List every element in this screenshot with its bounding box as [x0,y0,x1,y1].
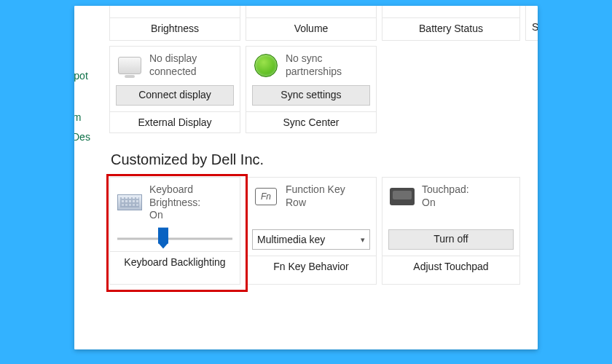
connect-display-button[interactable]: Connect display [116,85,234,106]
tile-battery-status: Battery Status [382,6,520,41]
tile-title: Brightness [110,17,240,34]
leftnav-item[interactable]: l Des [74,131,90,143]
tile-status-text: No sync partnerships [286,52,342,78]
tile-cutoff-text: S [532,21,538,33]
tile-status-text: Function Key Row [286,183,345,209]
chevron-down-icon: ▾ [361,235,365,245]
tile-title: Adjust Touchpad [382,256,519,278]
tile-brightness: Brightness [109,6,240,41]
slider-thumb[interactable] [158,227,168,243]
tile-fn-key-behavior: Fn Function Key Row Multimedia key ▾ Fn … [246,177,377,285]
tile-status-text: No display connected [149,52,197,78]
leftnav-item[interactable]: Spot [74,70,88,82]
fn-key-mode-select[interactable]: Multimedia key ▾ [252,229,370,250]
tile-cutoff: S [525,6,538,41]
tile-title: Fn Key Behavior [246,256,376,278]
sync-settings-button[interactable]: Sync settings [252,85,370,106]
tile-adjust-touchpad: Touchpad: On Turn off Adjust Touchpad [382,177,520,285]
touchpad-icon [390,184,415,209]
fn-key-icon: Fn [254,184,278,209]
monitor-icon [117,53,142,78]
tile-status-text: Keyboard Brightness: On [149,183,200,222]
tile-title: Volume [246,17,376,34]
select-value: Multimedia key [257,234,325,245]
tile-title: Sync Center [246,111,376,134]
sync-icon [254,53,278,78]
tile-volume: Volume [246,6,377,41]
tile-title: External Display [110,111,240,134]
left-nav: Spot em l Des [74,6,103,349]
tile-keyboard-backlighting: Keyboard Brightness: On Keyboard Backlig… [109,177,240,285]
tile-status-text: Touchpad: On [422,183,469,209]
leftnav-item[interactable]: em [74,111,81,123]
tile-sync-center: No sync partnerships Sync settings Sync … [246,46,377,133]
page-background: Spot em l Des Brightness Volume Battery … [0,0,612,364]
screenshot-frame: Spot em l Des Brightness Volume Battery … [74,6,538,349]
mobility-center-panel: Spot em l Des Brightness Volume Battery … [74,6,538,349]
tile-title: Keyboard Backlighting [110,251,240,274]
keyboard-brightness-slider[interactable] [117,231,232,247]
turn-off-touchpad-button[interactable]: Turn off [388,229,514,250]
keyboard-icon [117,190,142,215]
tile-external-display: No display connected Connect display Ext… [109,46,240,133]
tile-title: Battery Status [382,17,519,34]
slider-track [117,237,232,240]
section-heading-dell: Customized by Dell Inc. [111,151,264,168]
